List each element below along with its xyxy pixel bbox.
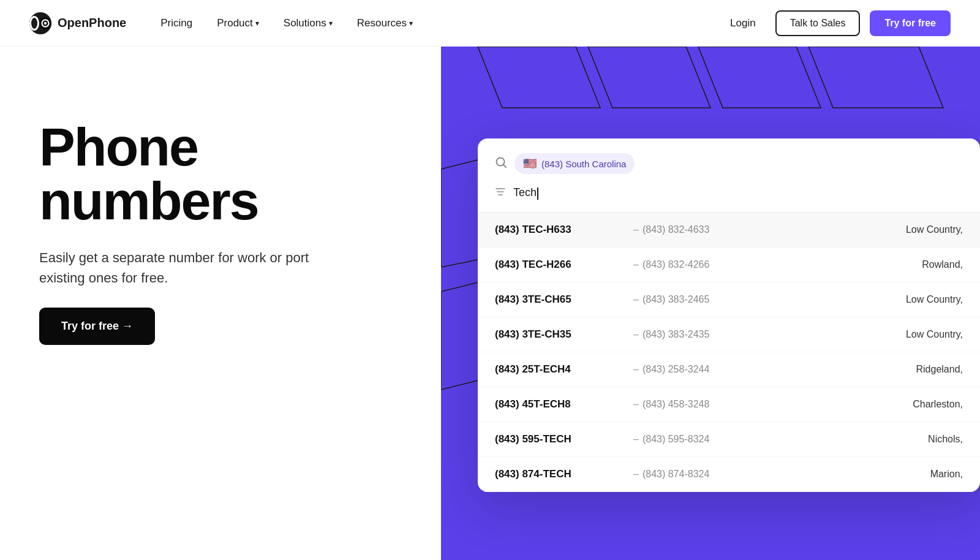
phone-region: Low Country, [906,329,963,340]
phone-region: Ridgeland, [916,364,963,375]
phone-number-row[interactable]: (843) TEC-H633 – (843) 832-4633 Low Coun… [478,213,980,248]
svg-marker-6 [809,47,943,108]
nav-pricing[interactable]: Pricing [151,12,202,34]
phone-number-list: (843) TEC-H633 – (843) 832-4633 Low Coun… [478,213,980,492]
phone-number: (843) 458-3248 [643,399,753,410]
filter-value: Tech [513,186,537,199]
filter-input[interactable]: Tech [513,186,963,199]
text-cursor [537,187,538,200]
solutions-chevron-icon: ▾ [329,19,333,28]
hero-title: Phone numbers [39,120,441,228]
phone-vanity: (843) 45T-ECH8 [495,398,630,411]
card-filter-row: Tech [495,186,963,212]
phone-number: (843) 383-2465 [643,294,753,305]
main-nav: OpenPhone Pricing Product ▾ Solutions ▾ … [0,0,980,47]
card-search-top: 🇺🇸 (843) South Carolina [495,153,963,186]
resources-chevron-icon: ▾ [409,19,413,28]
nav-product[interactable]: Product ▾ [207,12,269,34]
phone-region: Low Country, [906,294,963,305]
hero-section: Phone numbers Easily get a separate numb… [0,47,980,560]
phone-vanity: (843) TEC-H266 [495,259,630,271]
logo-svg [39,12,51,34]
phone-number: (843) 874-8324 [643,469,753,480]
phone-number-row[interactable]: (843) 3TE-CH35 – (843) 383-2435 Low Coun… [478,317,980,352]
phone-number: (843) 595-8324 [643,434,753,445]
hero-left: Phone numbers Easily get a separate numb… [0,47,441,560]
phone-dash: – [633,364,639,375]
phone-region: Charleston, [913,399,963,410]
talk-to-sales-button[interactable]: Talk to Sales [775,10,861,36]
nav-left: OpenPhone Pricing Product ▾ Solutions ▾ … [29,12,423,34]
phone-number: (843) 832-4266 [643,259,753,270]
phone-vanity: (843) 3TE-CH65 [495,293,630,306]
phone-region: Nichols, [928,434,963,445]
logo-text: OpenPhone [58,16,126,30]
hero-right-panel: 🇺🇸 (843) South Carolina Tech [441,47,980,560]
phone-dash: – [633,399,639,410]
nav-right: Login Talk to Sales Try for free [720,10,951,36]
phone-dash: – [633,224,639,235]
phone-number-row[interactable]: (843) 3TE-CH65 – (843) 383-2465 Low Coun… [478,282,980,317]
openphone-logo-icon [29,12,51,34]
logo[interactable]: OpenPhone [29,12,126,34]
phone-region: Low Country, [906,224,963,235]
card-search-area: 🇺🇸 (843) South Carolina Tech [478,138,980,213]
hero-subtitle: Easily get a separate number for work or… [39,248,321,288]
phone-dash: – [633,259,639,270]
phone-number: (843) 258-3244 [643,364,753,375]
filter-icon [495,186,506,200]
phone-vanity: (843) 595-TECH [495,433,630,445]
svg-marker-3 [478,47,600,108]
product-chevron-icon: ▾ [255,19,259,28]
phone-dash: – [633,294,639,305]
phone-dash: – [633,469,639,480]
svg-point-2 [44,21,47,24]
phone-picker-card: 🇺🇸 (843) South Carolina Tech [478,138,980,492]
search-icon [495,156,507,172]
svg-marker-5 [698,47,821,108]
phone-number-row[interactable]: (843) 874-TECH – (843) 874-8324 Marion, [478,457,980,492]
phone-vanity: (843) 3TE-CH35 [495,328,630,341]
phone-region: Marion, [930,469,963,480]
phone-region: Rowland, [922,259,963,270]
svg-marker-4 [588,47,710,108]
phone-number: (843) 832-4633 [643,224,753,235]
phone-number-row[interactable]: (843) 45T-ECH8 – (843) 458-3248 Charlest… [478,387,980,422]
phone-number-row[interactable]: (843) TEC-H266 – (843) 832-4266 Rowland, [478,248,980,282]
phone-vanity: (843) TEC-H633 [495,224,630,236]
phone-vanity: (843) 874-TECH [495,468,630,480]
nav-solutions[interactable]: Solutions ▾ [274,12,342,34]
area-chip-label: (843) South Carolina [541,159,626,169]
login-link[interactable]: Login [720,12,766,34]
phone-number: (843) 383-2435 [643,329,753,340]
flag-icon: 🇺🇸 [523,157,537,170]
nav-links: Pricing Product ▾ Solutions ▾ Resources … [151,12,423,34]
nav-resources[interactable]: Resources ▾ [347,12,423,34]
phone-dash: – [633,434,639,445]
phone-vanity: (843) 25T-ECH4 [495,363,630,376]
phone-dash: – [633,329,639,340]
phone-number-row[interactable]: (843) 595-TECH – (843) 595-8324 Nichols, [478,422,980,457]
try-for-free-nav-button[interactable]: Try for free [870,10,951,36]
hero-try-free-button[interactable]: Try for free → [39,308,155,345]
phone-number-row[interactable]: (843) 25T-ECH4 – (843) 258-3244 Ridgelan… [478,352,980,387]
svg-line-10 [503,164,507,167]
area-code-chip[interactable]: 🇺🇸 (843) South Carolina [514,153,635,174]
